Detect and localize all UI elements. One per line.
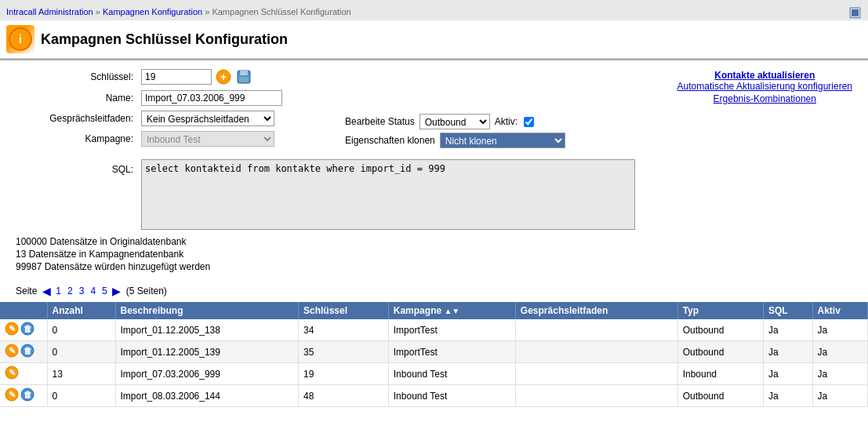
page-title: Kampagnen Schlüssel Konfiguration: [41, 31, 288, 48]
table-header-row: Anzahl Beschreibung Schlüssel Kampagne ▲…: [0, 302, 868, 319]
cell-typ: Inbound: [677, 363, 763, 385]
cell-beschreibung: Import_01.12.2005_138: [115, 319, 299, 341]
bearbeite-label: Bearbeite Status: [345, 116, 415, 127]
row-actions: ✎ 🗑: [0, 385, 47, 407]
page-1-link[interactable]: 1: [56, 286, 61, 297]
kampagne-select[interactable]: Inbound Test: [141, 131, 274, 147]
breadcrumb-current: Kampagnen Schlüssel Konfiguration: [212, 7, 350, 16]
schluessel-row: Schlüssel: +: [16, 68, 345, 86]
svg-text:✎: ✎: [9, 324, 16, 333]
cell-aktiv: Ja: [812, 341, 867, 363]
cell-kampagne: Inbound Test: [388, 385, 515, 407]
page-5-link[interactable]: 5: [102, 286, 107, 297]
stats-line3: 99987 Datensätze würden hinzugefügt werd…: [16, 261, 852, 272]
col-beschreibung[interactable]: Beschreibung: [115, 302, 299, 319]
breadcrumb-intracall[interactable]: Intracall Administration: [6, 7, 93, 16]
col-kampagne[interactable]: Kampagne ▲▼: [388, 302, 515, 319]
col-sql[interactable]: SQL: [763, 302, 812, 319]
cell-sql: Ja: [763, 319, 812, 341]
cell-typ: Outbound: [677, 385, 763, 407]
kampagne-label: Kampagne:: [16, 133, 141, 144]
next-page-button[interactable]: ▶: [111, 285, 123, 297]
breadcrumb-kampagnen-konfig[interactable]: Kampagnen Konfiguration: [103, 7, 202, 16]
breadcrumb: Intracall Administration » Kampagnen Kon…: [6, 7, 351, 16]
schluessel-label: Schlüssel:: [16, 71, 141, 82]
gesprach-row: Gesprächsleitfaden: Kein Gesprächsleitfa…: [16, 111, 345, 126]
row-actions: ✎ 🗑: [0, 319, 47, 341]
cell-kampagne: Inbound Test: [388, 363, 515, 385]
stats-line2: 13 Datensätze in Kampagnendatenbank: [16, 249, 852, 260]
svg-text:🗑: 🗑: [24, 346, 32, 355]
cell-gesprach: [515, 341, 677, 363]
edit-button[interactable]: ✎: [5, 366, 19, 382]
aktiv-checkbox[interactable]: [524, 117, 534, 127]
ergebnis-kombinationen-link[interactable]: Ergebnis-Kombinationen: [677, 93, 852, 104]
kontakte-links: Kontakte aktualisieren Automatische Aktu…: [677, 70, 852, 104]
total-pages: (5 Seiten): [126, 286, 167, 297]
edit-button[interactable]: ✎: [5, 388, 19, 404]
row-actions: ✎: [0, 363, 47, 385]
sql-textarea[interactable]: [141, 159, 635, 230]
kontakte-aktualisieren-link[interactable]: Kontakte aktualisieren: [677, 70, 852, 81]
cell-typ: Outbound: [677, 341, 763, 363]
app-logo: i: [6, 25, 35, 53]
schluessel-input[interactable]: [141, 69, 212, 85]
cell-gesprach: [515, 363, 677, 385]
kampagnen-table: Anzahl Beschreibung Schlüssel Kampagne ▲…: [0, 302, 868, 407]
page-4-link[interactable]: 4: [90, 286, 96, 297]
eigenschaften-select[interactable]: Nicht klonen: [440, 133, 565, 148]
pagination: Seite ◀ 1 2 3 4 5 ▶ (5 Seiten): [0, 280, 868, 302]
add-schluessel-button[interactable]: +: [215, 68, 232, 86]
delete-button[interactable]: 🗑: [20, 322, 35, 338]
page-3-link[interactable]: 3: [79, 286, 85, 297]
svg-text:i: i: [19, 33, 22, 45]
gesprach-select[interactable]: Kein Gesprächsleitfaden: [141, 111, 274, 126]
sql-section: SQL:: [0, 159, 868, 230]
col-actions: [0, 302, 47, 319]
auto-aktualisierung-link[interactable]: Automatische Aktualisierung konfiguriere…: [677, 81, 852, 92]
cell-beschreibung: Import_08.03.2006_144: [115, 385, 299, 407]
svg-text:✎: ✎: [9, 390, 16, 399]
svg-rect-5: [240, 71, 248, 75]
table-row: ✎ 🗑 0Import_08.03.2006_14448Inbound Test…: [0, 385, 868, 407]
pagination-label: Seite: [16, 286, 37, 297]
col-gesprach[interactable]: Gesprächsleitfaden: [515, 302, 677, 319]
top-navigation: Intracall Administration » Kampagnen Kon…: [0, 0, 868, 60]
col-typ[interactable]: Typ: [677, 302, 763, 319]
cell-kampagne: ImportTest: [388, 341, 515, 363]
status-select[interactable]: Outbound: [419, 114, 490, 129]
cell-anzahl: 0: [47, 341, 115, 363]
save-button[interactable]: [235, 68, 252, 86]
cell-aktiv: Ja: [812, 385, 867, 407]
name-row: Name:: [16, 90, 345, 106]
svg-text:+: +: [220, 71, 227, 83]
table-row: ✎ 🗑 0Import_01.12.2005_13935ImportTestOu…: [0, 341, 868, 363]
eigenschaften-row: Eigenschaften klonen Nicht klonen: [345, 133, 852, 148]
col-aktiv[interactable]: Aktiv: [812, 302, 867, 319]
cell-beschreibung: Import_01.12.2005_139: [115, 341, 299, 363]
edit-button[interactable]: ✎: [5, 344, 19, 360]
cell-schluessel: 35: [299, 341, 389, 363]
table-row: ✎ 13Import_07.03.2006_99919Inbound TestI…: [0, 363, 868, 385]
page-2-link[interactable]: 2: [67, 286, 73, 297]
help-icon[interactable]: ▣: [848, 3, 862, 20]
bearbeite-row: Bearbeite Status Outbound Aktiv:: [345, 114, 852, 129]
svg-text:✎: ✎: [9, 368, 16, 377]
name-label: Name:: [16, 93, 141, 104]
delete-button[interactable]: 🗑: [20, 388, 35, 404]
cell-sql: Ja: [763, 385, 812, 407]
cell-typ: Outbound: [677, 319, 763, 341]
col-schluessel[interactable]: Schlüssel: [299, 302, 389, 319]
sort-icon: ▲▼: [444, 307, 459, 315]
cell-schluessel: 34: [299, 319, 389, 341]
row-actions: ✎ 🗑: [0, 341, 47, 363]
svg-text:🗑: 🗑: [24, 324, 32, 333]
prev-page-button[interactable]: ◀: [40, 285, 53, 297]
cell-anzahl: 0: [47, 385, 115, 407]
name-input[interactable]: [141, 90, 282, 106]
delete-button[interactable]: 🗑: [20, 344, 35, 360]
cell-gesprach: [515, 385, 677, 407]
col-anzahl[interactable]: Anzahl: [47, 302, 115, 319]
edit-button[interactable]: ✎: [5, 322, 19, 338]
cell-sql: Ja: [763, 341, 812, 363]
